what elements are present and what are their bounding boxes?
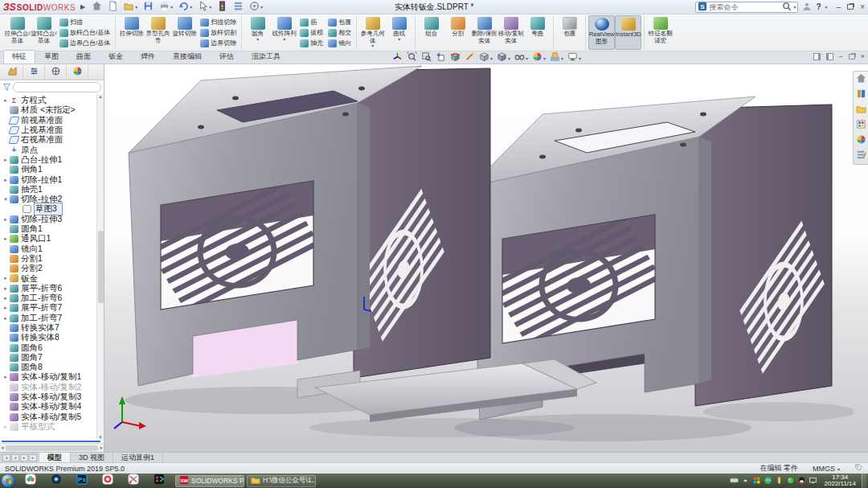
taskbar-app-button[interactable] [47,474,65,487]
flat-sheet-part[interactable] [297,359,596,422]
ribbon-tab[interactable]: 评估 [211,50,243,64]
ribbon-button[interactable]: 删除/保留实体▾ [471,15,497,50]
tree-vertical-scrollbar[interactable]: ▲ ▼ [96,94,104,440]
command-search[interactable]: S ▾ [695,2,798,13]
heads-up-button[interactable] [449,52,461,64]
doc-minimize-button[interactable]: – [839,52,843,60]
tree-item[interactable]: 加工-折弯7 [2,314,104,323]
tray-icon-button[interactable] [729,475,740,486]
taskbar-task-button[interactable]: H:\微信公众号\1... [247,475,316,487]
heads-up-button[interactable] [514,52,529,64]
heads-up-button[interactable] [549,52,564,64]
tree-item[interactable]: 材质 <未指定> [2,105,104,115]
tree-item[interactable]: 分割2 [2,264,104,273]
tree-item[interactable]: 实体-移动/复制4 [2,402,104,412]
ribbon-button-small[interactable]: 边界凸台/基体 [58,38,112,48]
taskbar-clock[interactable]: 17:34 2022/11/14 [821,474,859,488]
collapse-pane-right-icon[interactable] [826,53,833,60]
task-pane-button[interactable] [854,119,867,132]
manager-tab[interactable] [45,65,67,80]
scroll-last-icon[interactable]: ▸ [29,454,37,461]
ribbon-tab[interactable]: 焊件 [132,50,164,64]
tree-item[interactable]: 圆角1 [2,224,104,234]
tree-item[interactable]: 加工-折弯6 [2,293,104,303]
manager-tab[interactable] [67,65,88,80]
quick-access-button[interactable]: ▾ [141,1,155,14]
heads-up-button[interactable] [391,52,403,64]
tree-item[interactable]: 实体-移动/复制2 [2,383,104,392]
expand-arrow-icon[interactable] [2,196,10,203]
tree-item[interactable]: 右视基准面 [2,135,104,145]
quick-access-button[interactable]: ▾ [196,1,213,14]
quick-access-button[interactable]: ▾ [90,1,104,14]
scroll-prev-icon[interactable]: ◂ [11,454,19,461]
restore-button[interactable] [847,4,854,10]
task-pane-button[interactable] [854,73,867,86]
show-desktop-button[interactable] [862,474,866,488]
ribbon-button-small[interactable]: 镜向 [326,38,353,48]
search-icon[interactable] [782,2,792,13]
tree-item[interactable]: 切除-拉伸1 [2,174,104,184]
start-button[interactable] [2,474,14,487]
expand-arrow-icon[interactable] [2,305,10,311]
ribbon-tab[interactable]: 特征 [3,50,35,64]
tree-item[interactable]: 分割1 [2,254,104,264]
quick-access-button[interactable]: ▾ [158,1,174,14]
minimize-button[interactable]: – [837,2,841,11]
search-dropdown-arrow[interactable]: ▾ [793,4,796,10]
tray-icon-button[interactable] [785,475,796,486]
ribbon-tab[interactable]: 渲染工具 [243,50,289,64]
expand-arrow-icon[interactable] [2,285,10,292]
graphics-viewport[interactable] [104,64,868,452]
custom-properties-tag-icon[interactable] [854,463,863,474]
ribbon-toggle-button[interactable]: Instant3D▾ [615,15,641,50]
ribbon-button-small[interactable]: 放样切割 [199,27,238,38]
tree-item[interactable]: 实体-移动/复制3 [2,392,104,402]
doc-tab[interactable]: 模型 [39,453,71,462]
ribbon-button[interactable]: 圆角▾ [244,15,271,50]
tray-icon-button[interactable] [796,475,808,486]
tree-item[interactable]: 钣金 [2,273,104,283]
ribbon-button-small[interactable]: 扫描 [58,17,112,27]
taskbar-app-button[interactable] [22,474,39,487]
tree-item[interactable]: 展平-折弯7 [2,303,104,313]
ribbon-button-small[interactable]: 放样凸台/基体 [58,27,112,38]
expand-arrow-icon[interactable] [2,97,10,104]
ribbon-tab[interactable]: 草图 [35,50,68,64]
collapse-pane-left-icon[interactable] [813,53,821,60]
scroll-up-arrow[interactable]: ▲ [98,94,103,99]
quick-access-button[interactable]: ▾ [177,1,194,14]
ribbon-button[interactable]: 弯曲▾ [524,15,551,50]
tree-item[interactable]: 圆角6 [2,342,104,352]
model-3d-view[interactable] [104,64,854,452]
taskbar-app-button[interactable] [150,474,168,487]
tree-item[interactable]: 实体-移动/复制1 [2,372,104,382]
units-dropdown-arrow[interactable]: ▴ [837,465,840,471]
ribbon-button-small[interactable]: 拔模 [298,27,325,38]
doc-tab[interactable]: 运动算例1 [113,453,163,462]
taskbar-app-button[interactable] [125,474,142,487]
heads-up-button[interactable] [464,52,476,64]
scroll-next-icon[interactable]: ▸ [20,454,28,461]
expand-arrow-icon[interactable] [2,216,10,223]
tree-item[interactable]: 平板型式 [2,422,104,432]
tree-item[interactable]: 展平-折弯6 [2,284,104,293]
expand-arrow-icon[interactable] [2,315,10,322]
ribbon-button[interactable]: 拉伸切除▾ [118,15,145,50]
ribbon-button-small[interactable]: 包覆 [326,17,353,27]
tree-horizontal-scrollbar[interactable]: ◂ ▸ [0,443,104,452]
ribbon-button[interactable]: 特征名翻译宏▾ [647,15,674,50]
heads-up-button[interactable] [406,52,418,64]
help-dropdown-arrow[interactable]: ▾ [825,4,828,10]
tree-item[interactable]: 草图3 [2,204,104,214]
filter-funnel-icon[interactable] [2,80,11,95]
ribbon-button[interactable]: 拉伸凸台/基体▾ [4,15,31,50]
expand-arrow-icon[interactable] [2,374,10,380]
quick-access-button[interactable]: ▾ [231,1,245,14]
scroll-first-icon[interactable]: ◂ [2,454,10,461]
tree-item[interactable]: 通风口1 [2,234,104,244]
tree-item[interactable]: 倒角1 [2,165,104,174]
tree-item[interactable]: 凸台-拉伸1 [2,155,104,165]
quick-access-button[interactable]: ▾ [122,1,139,14]
heads-up-button[interactable] [567,52,582,64]
